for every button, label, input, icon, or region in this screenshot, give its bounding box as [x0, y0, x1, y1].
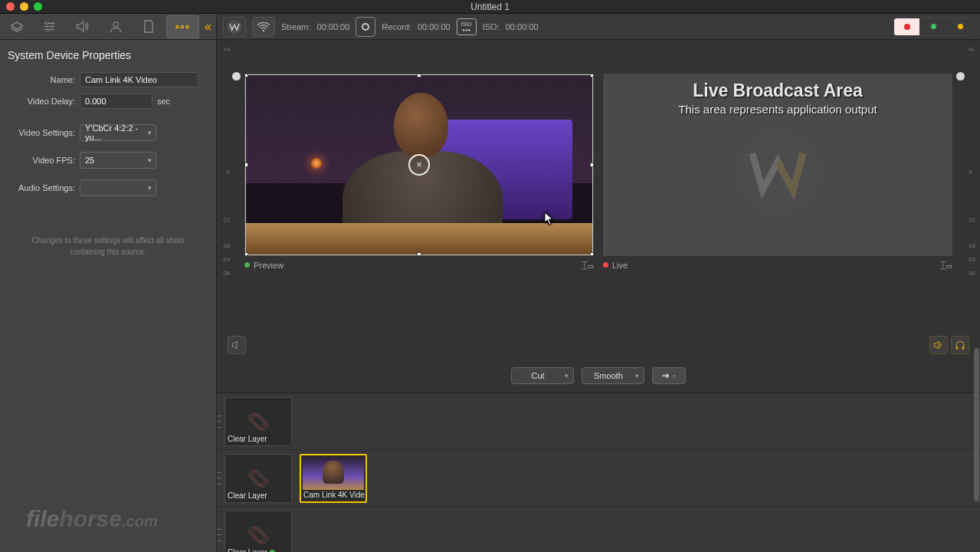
- svg-point-9: [737, 131, 818, 212]
- meter-tick: -36: [966, 270, 975, 277]
- document-tab-icon[interactable]: [133, 14, 166, 40]
- live-audio-button[interactable]: [929, 336, 948, 354]
- clear-layer-icon: [247, 413, 269, 430]
- layer-row[interactable]: Clear Layer: [217, 393, 980, 450]
- meter-tick: -6: [967, 169, 972, 176]
- name-input[interactable]: [80, 72, 198, 87]
- clear-layer-icon: [247, 470, 269, 487]
- iso-button[interactable]: ISO●●●: [457, 18, 477, 35]
- app-logo-icon[interactable]: [223, 17, 246, 37]
- person-tab-icon[interactable]: [100, 14, 133, 40]
- layer-row[interactable]: Clear LayerCam Link 4K Vide: [217, 450, 980, 507]
- audio-settings-select[interactable]: [80, 179, 156, 196]
- layer-row[interactable]: Clear Layer: [217, 507, 980, 552]
- preview-monitor: × Preview ⌶▭: [244, 74, 594, 336]
- sidebar-title: System Device Properties: [8, 49, 208, 61]
- preview-label-row: Preview ⌶▭: [244, 256, 594, 274]
- shot-clear-layer[interactable]: Clear Layer: [225, 511, 292, 553]
- app-logo-watermark-icon: [736, 130, 820, 216]
- meter-tick: -18: [966, 242, 975, 249]
- video-settings-select[interactable]: Y'CbCr 4:2:2 - yu...: [80, 124, 156, 141]
- smooth-label: Smooth: [594, 371, 623, 380]
- status-indicators: [893, 18, 974, 36]
- meter-tick: -18: [221, 242, 231, 249]
- go-button[interactable]: ➔○: [652, 367, 686, 384]
- window-title: Untitled 1: [0, 2, 980, 12]
- record-label: Record:: [382, 22, 411, 31]
- watermark-text: filehorse.com: [26, 506, 158, 532]
- shot-camera[interactable]: Cam Link 4K Vide: [300, 454, 367, 503]
- preview-canvas[interactable]: ×: [244, 74, 594, 256]
- layers-tab-icon[interactable]: [0, 14, 33, 40]
- live-label: Live: [612, 261, 628, 270]
- svg-point-8: [263, 29, 264, 31]
- titlebar: Untitled 1: [0, 0, 980, 14]
- preview-status-dot: [244, 262, 250, 268]
- shot-label: Clear Layer: [228, 548, 290, 553]
- video-delay-input[interactable]: [80, 94, 152, 109]
- audio-meter-left[interactable]: +0 -6 -12 -18 -24 -36: [220, 43, 235, 336]
- preview-label: Preview: [254, 261, 284, 270]
- properties-sidebar: System Device Properties Name: Video Del…: [0, 40, 217, 552]
- video-fps-label: Video FPS:: [8, 156, 75, 165]
- live-display-icon[interactable]: ⌶▭: [940, 259, 952, 271]
- monitors-section: +0 -6 -12 -18 -24 -36: [217, 40, 980, 336]
- audio-meter-right[interactable]: +0 -6 -12 -18 -24 -36: [962, 43, 977, 336]
- sliders-tab-icon[interactable]: [33, 14, 66, 40]
- live-label-row: Live ⌶▭: [603, 256, 952, 274]
- workspace: System Device Properties Name: Video Del…: [0, 40, 980, 552]
- status-yellow[interactable]: [948, 18, 973, 35]
- meter-tick: +0: [967, 46, 974, 53]
- live-canvas[interactable]: Live Broadcast Area This area represents…: [603, 74, 952, 256]
- live-area-subtitle: This area represents application output: [678, 103, 877, 116]
- main-area: +0 -6 -12 -18 -24 -36: [217, 40, 980, 552]
- svg-point-4: [176, 25, 179, 28]
- meter-tick: -24: [966, 256, 975, 263]
- drag-handle-icon[interactable]: [217, 472, 222, 485]
- arrow-right-icon: ➔: [662, 370, 670, 381]
- meter-knob-icon[interactable]: [232, 72, 241, 80]
- record-button[interactable]: [356, 17, 375, 37]
- preview-display-icon[interactable]: ⌶▭: [582, 259, 594, 271]
- audio-settings-label: Audio Settings:: [8, 183, 75, 192]
- collapse-sidebar-icon[interactable]: «: [205, 20, 211, 34]
- shot-label: Cam Link 4K Vide: [303, 491, 366, 499]
- headphones-button[interactable]: [951, 336, 969, 354]
- meter-tick: -24: [221, 256, 231, 263]
- shot-clear-layer[interactable]: Clear Layer: [225, 454, 292, 503]
- audio-tab-icon[interactable]: [66, 14, 99, 40]
- scrollbar-thumb[interactable]: [974, 348, 979, 501]
- svg-point-2: [47, 28, 49, 31]
- meter-knob-icon[interactable]: [956, 72, 965, 80]
- monitors-wrap: × Preview ⌶▭ Live Broadcast Area This ar…: [235, 43, 962, 336]
- status-green[interactable]: [921, 18, 946, 35]
- close-selection-icon[interactable]: ×: [408, 154, 430, 176]
- drag-handle-icon[interactable]: [217, 529, 222, 541]
- drag-handle-icon[interactable]: [217, 416, 222, 428]
- record-time: 00:00:00: [418, 22, 451, 31]
- network-status-icon[interactable]: [252, 17, 275, 37]
- toolbar: « Stream: 00:00:00 Record: 00:00:00 ISO●…: [0, 14, 980, 40]
- monitor-footer-row: [217, 336, 980, 359]
- cursor-icon: [544, 212, 555, 225]
- meter-tick: +0: [223, 46, 230, 53]
- live-status-dot: [603, 262, 608, 268]
- svg-point-5: [182, 25, 184, 28]
- meter-tick: -12: [966, 216, 975, 223]
- video-fps-select[interactable]: 25: [80, 152, 156, 169]
- svg-point-1: [51, 25, 53, 28]
- mute-preview-button[interactable]: [228, 336, 246, 354]
- shot-clear-layer[interactable]: Clear Layer: [225, 397, 292, 446]
- transition-cut-select[interactable]: Cut: [511, 367, 574, 384]
- toolbar-right: Stream: 00:00:00 Record: 00:00:00 ISO●●●…: [217, 17, 980, 37]
- svg-point-7: [228, 19, 242, 34]
- clear-layer-icon: [247, 527, 269, 544]
- shot-label: Clear Layer: [228, 491, 290, 500]
- meter-tick: -12: [221, 216, 231, 223]
- record-icon: [362, 23, 369, 31]
- layers-panel: Clear LayerClear LayerCam Link 4K VideCl…: [217, 393, 980, 552]
- source-properties-tab-icon[interactable]: [166, 15, 199, 38]
- stream-time: 00:00:00: [317, 22, 350, 31]
- status-red[interactable]: [894, 18, 919, 35]
- transition-smooth-select[interactable]: Smooth: [582, 367, 644, 384]
